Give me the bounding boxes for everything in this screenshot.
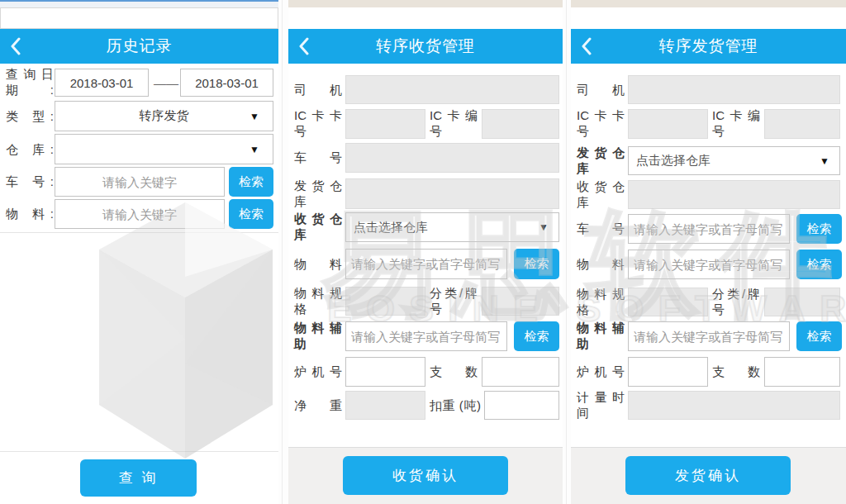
aux-input-wrap bbox=[345, 321, 507, 351]
ic-card-field bbox=[628, 109, 708, 139]
back-button[interactable] bbox=[298, 29, 323, 64]
status-bar bbox=[288, 0, 563, 7]
ic-card-field bbox=[345, 109, 425, 139]
net-weight-row: 净 重 扣重 (吨) bbox=[288, 391, 563, 420]
vehicle-row: 车 号: 检索 bbox=[0, 167, 278, 197]
receive-confirm-button[interactable]: 收货确认 bbox=[343, 456, 508, 495]
vehicle-row: 车 号 bbox=[288, 143, 563, 173]
type-dropdown[interactable]: 转序发货 ▼ bbox=[55, 101, 273, 131]
material-input-wrap bbox=[345, 249, 507, 279]
furnace-input[interactable] bbox=[629, 358, 707, 386]
ic-card-label: IC卡卡号 bbox=[294, 108, 342, 140]
type-label: 类 型: bbox=[6, 108, 54, 124]
ship-warehouse-dropdown[interactable]: 点击选择仓库 ▼ bbox=[628, 146, 840, 175]
material-row: 物 料: 检索 bbox=[0, 199, 278, 229]
back-icon bbox=[298, 37, 309, 55]
material-input-wrap bbox=[55, 199, 225, 229]
history-screen: 历史记录 查询日期: 2018-03-01 —— 2018-03-01 类 型:… bbox=[0, 0, 278, 504]
chevron-down-icon: ▼ bbox=[820, 155, 829, 167]
ic-no-field bbox=[764, 109, 840, 139]
aux-input[interactable] bbox=[346, 322, 506, 350]
material-input[interactable] bbox=[346, 250, 506, 278]
driver-label: 司 机 bbox=[294, 82, 342, 97]
material-search-button[interactable]: 检索 bbox=[514, 249, 559, 279]
aux-search-button[interactable]: 检索 bbox=[514, 321, 559, 351]
aux-input[interactable] bbox=[629, 322, 789, 350]
driver-row: 司 机 bbox=[288, 75, 563, 104]
ship-warehouse-row: 发货仓库 bbox=[288, 178, 563, 209]
vehicle-input[interactable] bbox=[55, 168, 224, 196]
aux-label: 物料辅助 bbox=[294, 321, 342, 352]
recv-warehouse-dropdown[interactable]: 点击选择仓库 ▼ bbox=[345, 212, 559, 242]
vehicle-search-button[interactable]: 检索 bbox=[796, 214, 842, 244]
page-title: 转序发货管理 bbox=[659, 36, 758, 57]
date-label: 查询日期: bbox=[6, 67, 54, 98]
date-to-field[interactable]: 2018-03-01 bbox=[180, 69, 273, 97]
type-row: 类 型: 转序发货 ▼ bbox=[0, 101, 278, 131]
title-bar-spacer bbox=[0, 7, 278, 29]
spec-row: 物料规格 分类/牌号 bbox=[571, 288, 846, 316]
ship-warehouse-field bbox=[345, 178, 559, 209]
spec-label: 物料规格 bbox=[294, 286, 342, 317]
query-button[interactable]: 查 询 bbox=[80, 459, 197, 497]
warehouse-label: 仓 库: bbox=[6, 141, 54, 157]
material-search-button[interactable]: 检索 bbox=[229, 199, 273, 229]
grade-field bbox=[482, 287, 559, 316]
back-icon bbox=[10, 37, 21, 55]
weigh-time-row: 计量时间 bbox=[571, 391, 846, 420]
header-receiving: 转序收货管理 bbox=[288, 29, 563, 64]
ship-confirm-button[interactable]: 发货确认 bbox=[625, 456, 791, 495]
date-from-field[interactable]: 2018-03-01 bbox=[55, 69, 149, 97]
material-search-button[interactable]: 检索 bbox=[796, 250, 842, 279]
driver-field bbox=[628, 75, 840, 104]
status-bar bbox=[571, 0, 846, 7]
vehicle-label: 车 号: bbox=[6, 174, 54, 190]
grade-label: 分类/牌号 bbox=[712, 287, 760, 318]
warehouse-dropdown[interactable]: ▼ bbox=[55, 134, 273, 164]
divider bbox=[0, 451, 278, 452]
driver-label: 司 机 bbox=[577, 82, 625, 97]
tare-input[interactable] bbox=[485, 392, 558, 419]
chevron-down-icon: ▼ bbox=[539, 221, 549, 233]
material-row: 物 料 检索 bbox=[288, 249, 563, 279]
ic-no-field bbox=[482, 109, 559, 139]
vehicle-input-wrap bbox=[628, 214, 790, 244]
back-button[interactable] bbox=[581, 29, 606, 64]
material-input[interactable] bbox=[629, 250, 789, 278]
count-input[interactable] bbox=[765, 358, 839, 386]
ic-card-row: IC卡卡号 IC卡编号 bbox=[571, 109, 846, 139]
furnace-input[interactable] bbox=[346, 358, 425, 386]
warehouse-row: 仓 库: ▼ bbox=[0, 134, 278, 164]
transfer-receiving-screen: 转序收货管理 司 机 IC卡卡号 IC卡编号 车 号 发货仓库 收货仓库 点击选… bbox=[288, 0, 563, 504]
material-row: 物 料 检索 bbox=[571, 250, 846, 279]
back-button[interactable] bbox=[10, 29, 35, 64]
tare-input-wrap bbox=[484, 391, 559, 420]
spec-field bbox=[345, 287, 425, 316]
spec-field bbox=[628, 288, 708, 316]
status-bar bbox=[0, 2, 278, 7]
ic-card-row: IC卡卡号 IC卡编号 bbox=[288, 109, 563, 139]
chevron-down-icon: ▼ bbox=[250, 111, 259, 122]
aux-row: 物料辅助 检索 bbox=[288, 321, 563, 351]
vehicle-search-button[interactable]: 检索 bbox=[229, 167, 273, 197]
material-input[interactable] bbox=[55, 200, 224, 228]
page-title: 历史记录 bbox=[107, 36, 173, 57]
material-input-wrap bbox=[628, 250, 790, 279]
driver-field bbox=[345, 75, 559, 104]
ship-warehouse-value: 点击选择仓库 bbox=[629, 153, 711, 169]
recv-warehouse-label: 收货仓库 bbox=[577, 179, 625, 211]
grade-label: 分类/牌号 bbox=[430, 286, 478, 317]
spec-row: 物料规格 分类/牌号 bbox=[288, 287, 563, 316]
count-input[interactable] bbox=[482, 358, 558, 386]
ic-card-label: IC卡卡号 bbox=[577, 108, 625, 140]
vehicle-input-wrap bbox=[55, 167, 225, 197]
vehicle-label: 车 号 bbox=[577, 221, 625, 237]
count-input-wrap bbox=[482, 357, 559, 387]
furnace-input-wrap bbox=[345, 357, 425, 387]
vehicle-input[interactable] bbox=[629, 215, 789, 243]
weigh-time-label: 计量时间 bbox=[577, 390, 625, 421]
aux-search-button[interactable]: 检索 bbox=[796, 321, 842, 351]
driver-row: 司 机 bbox=[571, 75, 846, 104]
recv-warehouse-row: 收货仓库 点击选择仓库 ▼ bbox=[288, 212, 563, 242]
recv-warehouse-field bbox=[628, 180, 840, 209]
